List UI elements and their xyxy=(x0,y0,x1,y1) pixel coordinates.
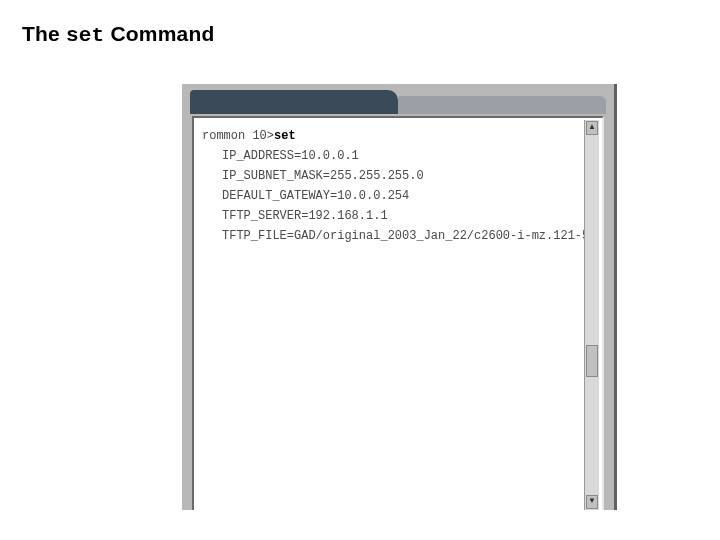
tab-bar xyxy=(182,84,614,114)
terminal-panel: rommon 10>set IP_ADDRESS=10.0.0.1 IP_SUB… xyxy=(192,116,604,510)
title-post: Command xyxy=(104,22,214,45)
scroll-down-button[interactable]: ▼ xyxy=(586,495,598,509)
scrollbar[interactable]: ▲ ▼ xyxy=(584,120,599,510)
terminal-output: rommon 10>set IP_ADDRESS=10.0.0.1 IP_SUB… xyxy=(202,126,582,510)
scroll-up-button[interactable]: ▲ xyxy=(586,121,598,135)
typed-command: set xyxy=(274,129,296,143)
terminal-window: rommon 10>set IP_ADDRESS=10.0.0.1 IP_SUB… xyxy=(182,84,617,510)
title-pre: The xyxy=(22,22,66,45)
tab-active[interactable] xyxy=(190,90,398,114)
terminal-line: IP_ADDRESS=10.0.0.1 xyxy=(202,146,582,166)
terminal-line: TFTP_SERVER=192.168.1.1 xyxy=(202,206,582,226)
page-title: The set Command xyxy=(22,22,215,47)
title-cmd: set xyxy=(66,24,104,47)
page: The set Command rommon 10>set IP_ADDRESS… xyxy=(0,0,720,540)
tab-inactive[interactable] xyxy=(398,96,606,114)
prompt-text: rommon 10> xyxy=(202,129,274,143)
scroll-thumb[interactable] xyxy=(586,345,598,377)
terminal-line: TFTP_FILE=GAD/original_2003_Jan_22/c2600… xyxy=(202,226,582,246)
terminal-line: IP_SUBNET_MASK=255.255.255.0 xyxy=(202,166,582,186)
terminal-line: DEFAULT_GATEWAY=10.0.0.254 xyxy=(202,186,582,206)
terminal-prompt-line: rommon 10>set xyxy=(202,126,582,146)
